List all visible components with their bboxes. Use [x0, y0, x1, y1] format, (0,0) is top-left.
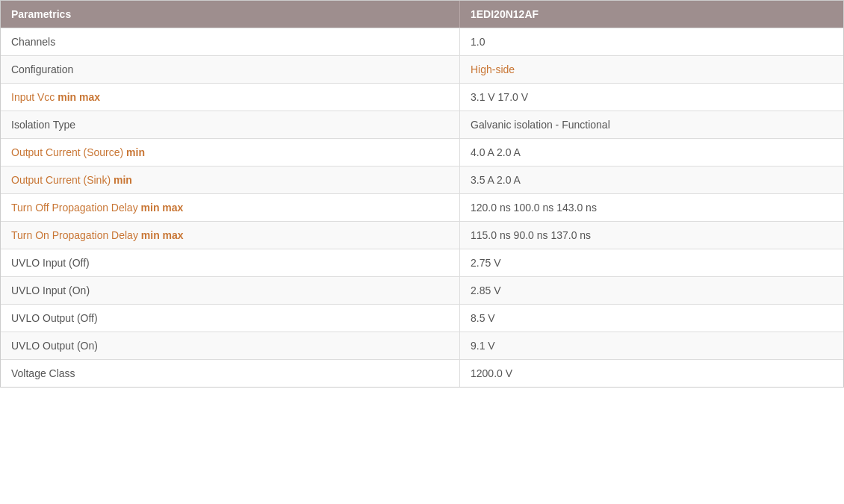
header-param-label: Parametrics: [11, 8, 71, 20]
table-row: Isolation Type Galvanic isolation - Func…: [1, 111, 843, 138]
param-cell: Turn On Propagation Delay min max: [1, 222, 460, 249]
value-text: Galvanic isolation - Functional: [471, 119, 610, 131]
value-cell: 1200.0 V: [460, 360, 843, 387]
table-row: UVLO Output (Off) 8.5 V: [1, 304, 843, 332]
param-text: Isolation Type: [11, 119, 75, 131]
table-row: Input Vcc min max3.1 V 17.0 V: [1, 83, 843, 111]
header-parametrics: Parametrics: [1, 1, 460, 28]
table-row: Turn On Propagation Delay min max115.0 n…: [1, 221, 843, 249]
header-value: 1EDI20N12AF: [460, 1, 843, 28]
table-row: Output Current (Source) min4.0 A 2.0 A: [1, 138, 843, 166]
param-cell: Voltage Class: [1, 360, 460, 387]
param-text: Voltage Class: [11, 367, 75, 379]
param-cell: Channels: [1, 28, 460, 55]
param-bold-text: min max: [141, 229, 184, 241]
param-cell: Output Current (Sink) min: [1, 167, 460, 193]
param-cell: UVLO Output (On): [1, 332, 460, 359]
value-cell: 8.5 V: [460, 305, 843, 332]
param-cell: Isolation Type: [1, 111, 460, 138]
table-body: Channels 1.0Configuration High-sideInput…: [1, 28, 843, 387]
param-cell: UVLO Input (On): [1, 277, 460, 304]
value-text: 8.5 V: [471, 312, 495, 324]
value-text: 9.1 V: [471, 340, 495, 352]
param-cell: UVLO Input (Off): [1, 249, 460, 276]
value-text: 3.1 V 17.0 V: [471, 91, 528, 103]
param-text: Turn On Propagation Delay: [11, 229, 141, 241]
param-text: Turn Off Propagation Delay: [11, 202, 141, 214]
table-row: Voltage Class 1200.0 V: [1, 359, 843, 387]
table-header: Parametrics 1EDI20N12AF: [1, 1, 843, 28]
table-row: Configuration High-side: [1, 55, 843, 83]
param-text: UVLO Output (Off): [11, 312, 98, 324]
param-cell: Turn Off Propagation Delay min max: [1, 194, 460, 221]
value-text: 4.0 A 2.0 A: [471, 146, 521, 158]
value-text: 3.5 A 2.0 A: [471, 174, 521, 186]
value-cell: Galvanic isolation - Functional: [460, 111, 843, 138]
table-row: Output Current (Sink) min3.5 A 2.0 A: [1, 166, 843, 193]
param-text: Channels: [11, 36, 55, 48]
param-bold-text: min max: [58, 91, 100, 103]
table-row: UVLO Input (On) 2.85 V: [1, 276, 843, 304]
value-cell: 2.85 V: [460, 277, 843, 304]
value-text: High-side: [471, 63, 515, 75]
param-text: UVLO Input (On): [11, 284, 90, 296]
value-cell: 115.0 ns 90.0 ns 137.0 ns: [460, 222, 843, 249]
param-cell: Output Current (Source) min: [1, 139, 460, 166]
value-text: 1200.0 V: [471, 367, 512, 379]
value-text: 2.85 V: [471, 284, 500, 296]
value-cell: 120.0 ns 100.0 ns 143.0 ns: [460, 194, 843, 221]
table-row: UVLO Output (On) 9.1 V: [1, 332, 843, 359]
param-bold-text: min: [114, 174, 132, 186]
param-bold-text: min: [126, 146, 145, 158]
param-text: UVLO Input (Off): [11, 257, 90, 269]
value-cell: 3.5 A 2.0 A: [460, 167, 843, 193]
param-text: Input Vcc: [11, 91, 58, 103]
param-text: Output Current (Sink): [11, 174, 114, 186]
param-bold-text: min max: [141, 202, 184, 214]
parametrics-table: Parametrics 1EDI20N12AF Channels 1.0Conf…: [0, 0, 844, 388]
value-cell: 3.1 V 17.0 V: [460, 84, 843, 111]
value-cell: High-side: [460, 56, 843, 83]
value-text: 115.0 ns 90.0 ns 137.0 ns: [471, 229, 591, 241]
value-cell: 9.1 V: [460, 332, 843, 359]
param-cell: UVLO Output (Off): [1, 305, 460, 332]
param-text: UVLO Output (On): [11, 340, 98, 352]
value-text: 2.75 V: [471, 257, 500, 269]
header-value-label: 1EDI20N12AF: [471, 8, 539, 20]
value-cell: 1.0: [460, 28, 843, 55]
param-cell: Input Vcc min max: [1, 84, 460, 111]
param-cell: Configuration: [1, 56, 460, 83]
value-cell: 2.75 V: [460, 249, 843, 276]
param-text: Configuration: [11, 63, 73, 75]
table-row: Turn Off Propagation Delay min max120.0 …: [1, 193, 843, 221]
table-row: UVLO Input (Off) 2.75 V: [1, 249, 843, 276]
table-row: Channels 1.0: [1, 28, 843, 55]
value-cell: 4.0 A 2.0 A: [460, 139, 843, 166]
param-text: Output Current (Source): [11, 146, 126, 158]
value-text: 1.0: [471, 36, 485, 48]
value-text: 120.0 ns 100.0 ns 143.0 ns: [471, 202, 597, 214]
